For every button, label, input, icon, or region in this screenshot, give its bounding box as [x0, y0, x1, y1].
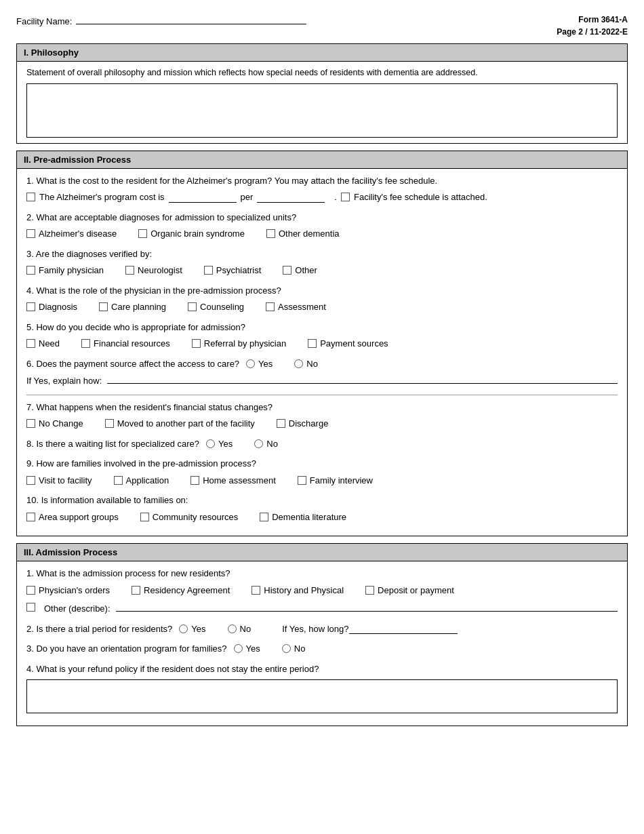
q7-checkbox-moved[interactable]: [105, 419, 114, 428]
a2-opt-no: No: [228, 622, 251, 636]
a1-checkbox-deposit[interactable]: [365, 586, 374, 595]
q5-checkbox-need[interactable]: [26, 339, 35, 348]
a1-checkbox-history-physical[interactable]: [251, 586, 260, 595]
q8-label-no: No: [266, 437, 278, 451]
philosophy-description: Statement of overall philosophy and miss…: [26, 67, 618, 79]
a3-label-no: No: [294, 642, 306, 656]
section-admission-body: 1. What is the admission process for new…: [17, 561, 627, 726]
q3-checkbox-neurologist[interactable]: [125, 266, 134, 275]
a2-opt-yes: Yes: [179, 622, 205, 636]
q4-label-assessment: Assessment: [278, 300, 326, 314]
q6-explain-field[interactable]: [107, 373, 618, 384]
q4-checkbox-assessment[interactable]: [266, 302, 275, 311]
q9-label-home-assessment: Home assessment: [203, 474, 276, 488]
q4-opt-assessment: Assessment: [266, 300, 326, 314]
a2-label-yes: Yes: [191, 622, 205, 636]
q1-cost-row: The Alzheimer's program cost is per . Fa…: [26, 191, 618, 204]
a2-how-long-field[interactable]: [349, 623, 458, 634]
q7-opt-discharge: Discharge: [277, 417, 329, 431]
q8-radio-yes[interactable]: [206, 439, 215, 448]
q2-checkbox-organic[interactable]: [138, 229, 147, 238]
q2-checkbox-alzheimers[interactable]: [26, 229, 35, 238]
q3-checkbox-psychiatrist[interactable]: [204, 266, 213, 275]
section-philosophy-body: Statement of overall philosophy and miss…: [17, 62, 627, 143]
a2-radio-no[interactable]: [228, 624, 237, 633]
q3-label-psychiatrist: Psychiatrist: [216, 264, 261, 277]
q4-checkbox-diagnosis[interactable]: [26, 302, 35, 311]
q7-opt-no-change: No Change: [26, 417, 83, 431]
q10-checkbox-area-support[interactable]: [26, 513, 35, 521]
q9-checkbox-application[interactable]: [114, 476, 123, 485]
q9-options: Visit to facility Application Home asses…: [26, 474, 618, 488]
q4-checkbox-care-planning[interactable]: [99, 302, 108, 311]
page-header: Facility Name: Form 3641-A Page 2 / 11-2…: [16, 14, 628, 38]
q3-opt-psychiatrist: Psychiatrist: [204, 264, 261, 277]
a2-radio-yes[interactable]: [179, 624, 188, 633]
q9-checkbox-family-interview[interactable]: [298, 476, 306, 485]
a1-text: 1. What is the admission process for new…: [26, 567, 618, 580]
q1-per-period[interactable]: [257, 192, 325, 203]
q5-checkbox-financial[interactable]: [81, 339, 90, 348]
a2-text: 2. Is there a trial period for residents…: [26, 622, 172, 636]
q2-checkbox-other-dementia[interactable]: [266, 229, 275, 238]
a3-opt-yes: Yes: [234, 642, 260, 656]
q2-text: 2. What are acceptable diagnoses for adm…: [26, 211, 618, 224]
q6-radio-no[interactable]: [294, 359, 303, 368]
q5-checkbox-payment[interactable]: [308, 339, 317, 348]
a1-checkbox-other[interactable]: [26, 603, 35, 612]
q10-checkbox-community[interactable]: [140, 513, 149, 521]
a3-radio-yes[interactable]: [234, 644, 243, 653]
a2-how-long-label: If Yes, how long?: [282, 622, 348, 636]
section-admission-header: III. Admission Process: [17, 544, 627, 561]
q4-options: Diagnosis Care planning Counseling Asses…: [26, 300, 618, 314]
q6-explain-row: If Yes, explain how:: [26, 373, 618, 388]
q7-checkbox-no-change[interactable]: [26, 419, 35, 428]
q5-opt-referral: Referral by physician: [192, 337, 286, 351]
q9-label-application: Application: [126, 474, 169, 488]
q4-checkbox-counseling[interactable]: [188, 302, 197, 311]
a1-checkbox-physicians-orders[interactable]: [26, 586, 35, 595]
q3-options: Family physician Neurologist Psychiatris…: [26, 264, 618, 277]
philosophy-text-area[interactable]: [26, 83, 618, 138]
q9-opt-application: Application: [114, 474, 169, 488]
a1-other-field[interactable]: [116, 601, 618, 612]
facility-name-field[interactable]: [76, 14, 306, 24]
question-7: 7. What happens when the resident's fina…: [26, 401, 618, 431]
a3-radio-no[interactable]: [282, 644, 291, 653]
question-2: 2. What are acceptable diagnoses for adm…: [26, 211, 618, 241]
a1-options-row1: Physician's orders Residency Agreement H…: [26, 584, 618, 597]
a4-refund-box[interactable]: [26, 679, 618, 713]
q5-text: 5. How do you decide who is appropriate …: [26, 321, 618, 334]
q7-checkbox-discharge[interactable]: [277, 419, 285, 428]
q2-opt-other-dementia: Other dementia: [266, 227, 340, 241]
q6-text: 6. Does the payment source affect the ac…: [26, 357, 239, 371]
q10-label-dementia-lit: Dementia literature: [272, 511, 346, 524]
q1-checkbox[interactable]: [26, 193, 35, 201]
q3-checkbox-other[interactable]: [283, 266, 291, 275]
q9-checkbox-visit[interactable]: [26, 476, 35, 485]
q10-checkbox-dementia-lit[interactable]: [260, 513, 268, 521]
q5-checkbox-referral[interactable]: [192, 339, 201, 348]
q1-per-label: per: [241, 191, 254, 204]
q8-radio-no[interactable]: [254, 439, 263, 448]
facility-label: Facility Name:: [16, 16, 72, 26]
a3-opt-no: No: [282, 642, 306, 656]
q1-fee-checkbox[interactable]: [341, 193, 350, 201]
q8-label-yes: Yes: [218, 437, 233, 451]
q5-options: Need Financial resources Referral by phy…: [26, 337, 618, 351]
facility-name-row: Facility Name:: [16, 14, 306, 26]
q4-opt-care-planning: Care planning: [99, 300, 166, 314]
q3-checkbox-family-physician[interactable]: [26, 266, 35, 275]
q9-checkbox-home-assessment[interactable]: [190, 476, 199, 485]
q10-opt-area-support: Area support groups: [26, 511, 119, 524]
q7-options: No Change Moved to another part of the f…: [26, 417, 618, 431]
a1-checkbox-residency-agreement[interactable]: [132, 586, 140, 595]
q3-opt-family-physician: Family physician: [26, 264, 104, 277]
q4-opt-counseling: Counseling: [188, 300, 244, 314]
q1-cost-label: The Alzheimer's program cost is: [39, 191, 165, 204]
a1-label-deposit: Deposit or payment: [378, 584, 454, 597]
q6-radio-yes[interactable]: [246, 359, 255, 368]
q1-cost-amount[interactable]: [169, 192, 237, 203]
form-number: Form 3641-A: [557, 14, 628, 26]
q7-text: 7. What happens when the resident's fina…: [26, 401, 618, 414]
